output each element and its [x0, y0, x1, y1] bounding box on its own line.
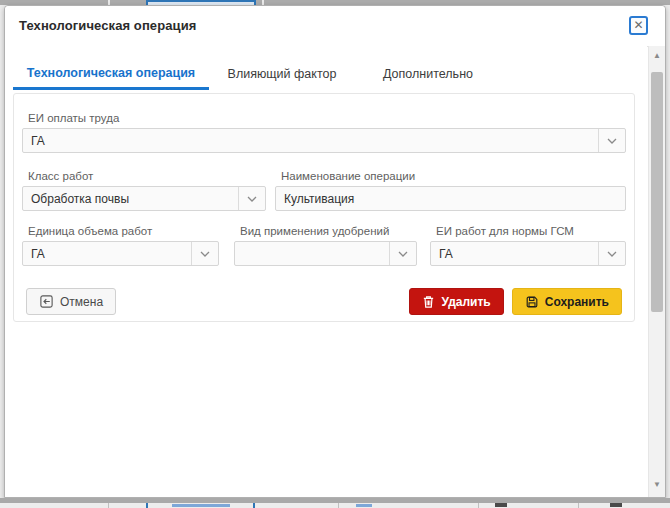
- label-ei-rabot-normy-gsm: ЕИ работ для нормы ГСМ: [436, 225, 574, 237]
- chevron-down-icon[interactable]: [598, 129, 625, 152]
- label-ei-oplaty-truda: ЕИ оплаты труда: [28, 112, 119, 124]
- chevron-down-icon[interactable]: [238, 187, 265, 210]
- select-value: ГА: [431, 247, 598, 261]
- select-value: ГА: [23, 134, 598, 148]
- save-floppy-icon: [525, 295, 539, 309]
- background-divider: [578, 503, 579, 508]
- background-text-fragment: [172, 504, 230, 507]
- label-vid-primeneniya-udobrenij: Вид применения удобрений: [240, 225, 389, 237]
- tab-additional[interactable]: Дополнительно: [355, 58, 501, 90]
- cancel-button-label: Отмена: [60, 295, 103, 309]
- chevron-down-icon[interactable]: [598, 242, 625, 265]
- select-value: Обработка почвы: [23, 192, 238, 206]
- tab-bar: Технологическая операция Влияющий фактор…: [13, 58, 501, 90]
- form-panel: ЕИ оплаты труда ГА Класс работ Обработка…: [13, 93, 635, 322]
- operation-name-input[interactable]: [275, 186, 626, 211]
- background-divider: [108, 503, 109, 508]
- select-ei-oplaty-truda[interactable]: ГА: [22, 128, 626, 153]
- scroll-down-icon[interactable]: ▼: [649, 477, 665, 493]
- background-divider: [478, 503, 479, 508]
- background-divider: [338, 503, 339, 508]
- tab-technological-operation[interactable]: Технологическая операция: [13, 58, 209, 90]
- select-ei-rabot-normy-gsm[interactable]: ГА: [430, 241, 626, 266]
- chevron-down-icon[interactable]: [389, 242, 416, 265]
- label-naimenovanie-operacii: Наименование операции: [281, 170, 415, 182]
- tab-influencing-factor[interactable]: Влияющий фактор: [209, 58, 355, 90]
- save-button[interactable]: Сохранить: [512, 288, 622, 315]
- delete-button[interactable]: Удалить: [409, 288, 503, 315]
- dialog-title: Технологическая операция: [19, 6, 196, 46]
- background-sum-fragment: [610, 503, 622, 507]
- scroll-up-icon[interactable]: ▲: [649, 48, 665, 64]
- background-divider: [146, 503, 148, 508]
- delete-button-label: Удалить: [441, 295, 490, 309]
- select-vid-primeneniya-udobrenij[interactable]: [234, 241, 417, 266]
- background-sum-fragment: [495, 503, 507, 507]
- background-divider: [253, 503, 255, 508]
- trash-icon: [422, 295, 435, 309]
- dialog-header: Технологическая операция ✕: [5, 6, 665, 47]
- vertical-scrollbar[interactable]: ▲ ▼: [648, 46, 665, 497]
- cancel-button[interactable]: Отмена: [26, 288, 116, 315]
- label-klass-rabot: Класс работ: [28, 170, 93, 182]
- select-klass-rabot[interactable]: Обработка почвы: [22, 186, 266, 211]
- technological-operation-dialog: Технологическая операция ✕ ▲ ▼ Технологи…: [4, 5, 666, 498]
- dialog-content: Технологическая операция Влияющий фактор…: [5, 46, 647, 497]
- chevron-down-icon[interactable]: [191, 242, 218, 265]
- select-value: ГА: [23, 247, 191, 261]
- scrollbar-thumb[interactable]: [651, 72, 663, 312]
- label-edinica-obema-rabot: Единица объема работ: [28, 225, 152, 237]
- background-page-bottom-fragment: [0, 503, 670, 508]
- primary-buttons-group: Удалить Сохранить: [409, 288, 622, 315]
- close-icon[interactable]: ✕: [629, 16, 648, 35]
- back-arrow-icon: [39, 294, 54, 309]
- save-button-label: Сохранить: [545, 295, 609, 309]
- select-edinica-obema-rabot[interactable]: ГА: [22, 241, 219, 266]
- action-button-row: Отмена Удалить: [26, 288, 622, 315]
- background-text-fragment: [356, 504, 372, 507]
